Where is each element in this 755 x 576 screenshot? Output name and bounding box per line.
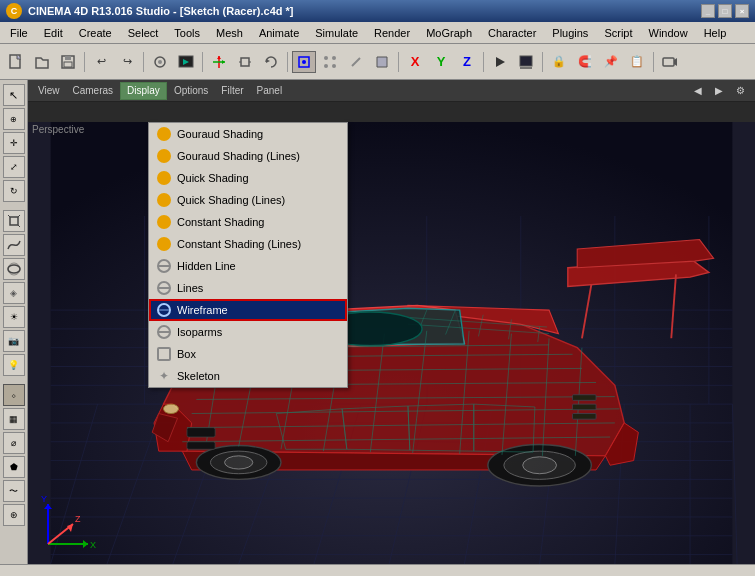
tb-y-axis[interactable]: Y — [429, 51, 453, 73]
tool-cube[interactable] — [3, 210, 25, 232]
toolbar-separator-3 — [202, 52, 203, 72]
maximize-button[interactable]: □ — [718, 4, 732, 18]
tb-z-axis[interactable]: Z — [455, 51, 479, 73]
tool-camera[interactable]: 📷 — [3, 330, 25, 352]
menu-help[interactable]: Help — [696, 23, 735, 43]
dd-label-quick-shading: Quick Shading — [177, 172, 249, 184]
menu-create[interactable]: Create — [71, 23, 120, 43]
dd-label-quick-lines: Quick Shading (Lines) — [177, 194, 285, 206]
svg-rect-2 — [65, 56, 71, 60]
dd-icon-quick — [157, 171, 171, 185]
tool-sculpt[interactable]: ⊛ — [3, 504, 25, 526]
tool-hair[interactable]: 〜 — [3, 480, 25, 502]
dd-item-wireframe[interactable]: Wireframe — [149, 299, 347, 321]
viewport-nav-settings[interactable]: ⚙ — [730, 82, 751, 100]
tool-xpresso[interactable]: ⌀ — [3, 432, 25, 454]
tool-rotate[interactable]: ↻ — [3, 180, 25, 202]
tb-lock[interactable]: 🔒 — [547, 51, 571, 73]
viewport-nav-arrow-right[interactable]: ▶ — [709, 82, 729, 100]
tool-active[interactable]: ⬦ — [3, 384, 25, 406]
svg-line-22 — [352, 58, 360, 66]
tool-light[interactable]: 💡 — [3, 354, 25, 376]
viewport-nav-cameras[interactable]: Cameras — [67, 82, 120, 100]
tb-snap[interactable]: 📌 — [599, 51, 623, 73]
menu-script[interactable]: Script — [596, 23, 640, 43]
viewport-nav-arrow-left[interactable]: ◀ — [688, 82, 708, 100]
tool-deformer[interactable]: ◈ — [3, 282, 25, 304]
tb-rotate[interactable] — [259, 51, 283, 73]
svg-text:Z: Z — [75, 514, 81, 524]
tb-edge-mode[interactable] — [344, 51, 368, 73]
tb-open[interactable] — [30, 51, 54, 73]
svg-rect-12 — [241, 58, 249, 66]
dd-item-skeleton[interactable]: ✦ Skeleton — [149, 365, 347, 387]
menu-character[interactable]: Character — [480, 23, 544, 43]
tb-point-mode[interactable] — [318, 51, 342, 73]
minimize-button[interactable]: _ — [701, 4, 715, 18]
dd-item-constant-lines[interactable]: Constant Shading (Lines) — [149, 233, 347, 255]
menu-simulate[interactable]: Simulate — [307, 23, 366, 43]
tb-layer[interactable]: 📋 — [625, 51, 649, 73]
window-controls[interactable]: _ □ × — [701, 4, 749, 18]
menu-window[interactable]: Window — [641, 23, 696, 43]
tool-texture[interactable]: ▦ — [3, 408, 25, 430]
toolbar-separator-7 — [542, 52, 543, 72]
tool-live-select[interactable]: ⊕ — [3, 108, 25, 130]
tool-cursor[interactable]: ↖ — [3, 84, 25, 106]
menu-tools[interactable]: Tools — [166, 23, 208, 43]
dd-item-box[interactable]: Box — [149, 343, 347, 365]
menu-edit[interactable]: Edit — [36, 23, 71, 43]
menu-render[interactable]: Render — [366, 23, 418, 43]
tb-move[interactable] — [207, 51, 231, 73]
tb-obj-mode[interactable] — [292, 51, 316, 73]
tool-move[interactable]: ✛ — [3, 132, 25, 154]
menu-bar: File Edit Create Select Tools Mesh Anima… — [0, 22, 755, 44]
dd-item-isoparms[interactable]: Isoparms — [149, 321, 347, 343]
svg-point-72 — [225, 456, 253, 469]
menu-mograph[interactable]: MoGraph — [418, 23, 480, 43]
dd-icon-gouraud — [157, 127, 171, 141]
tool-spline[interactable] — [3, 234, 25, 256]
tool-mograph[interactable]: ⬟ — [3, 456, 25, 478]
viewport-nav-options[interactable]: Options — [168, 82, 214, 100]
tb-playback[interactable] — [488, 51, 512, 73]
viewport-nav-display[interactable]: Display — [120, 82, 167, 100]
tb-poly-mode[interactable] — [370, 51, 394, 73]
menu-file[interactable]: File — [2, 23, 36, 43]
viewport-nav-filter[interactable]: Filter — [215, 82, 249, 100]
dd-item-gouraud-shading[interactable]: Gouraud Shading — [149, 123, 347, 145]
dd-item-constant-shading[interactable]: Constant Shading — [149, 211, 347, 233]
dd-item-quick-lines[interactable]: Quick Shading (Lines) — [149, 189, 347, 211]
tool-scale[interactable]: ⤢ — [3, 156, 25, 178]
svg-point-18 — [324, 56, 328, 60]
menu-mesh[interactable]: Mesh — [208, 23, 251, 43]
dd-item-gouraud-lines[interactable]: Gouraud Shading (Lines) — [149, 145, 347, 167]
tool-nurbs[interactable] — [3, 258, 25, 280]
tb-camera-ctrl[interactable] — [658, 51, 682, 73]
viewport-nav-view[interactable]: View — [32, 82, 66, 100]
close-button[interactable]: × — [735, 4, 749, 18]
dd-item-hidden-line[interactable]: Hidden Line — [149, 255, 347, 277]
svg-rect-106 — [187, 442, 215, 450]
svg-rect-102 — [573, 404, 597, 410]
viewport-3d[interactable]: X Y Z — [28, 122, 755, 564]
menu-select[interactable]: Select — [120, 23, 167, 43]
tb-new[interactable] — [4, 51, 28, 73]
viewport-nav-panel[interactable]: Panel — [251, 82, 289, 100]
dd-item-quick-shading[interactable]: Quick Shading — [149, 167, 347, 189]
tool-environment[interactable]: ☀ — [3, 306, 25, 328]
tb-scale[interactable] — [233, 51, 257, 73]
menu-plugins[interactable]: Plugins — [544, 23, 596, 43]
tb-magnet[interactable]: 🧲 — [573, 51, 597, 73]
tb-render-settings[interactable] — [148, 51, 172, 73]
tb-save[interactable] — [56, 51, 80, 73]
tb-redo[interactable]: ↪ — [115, 51, 139, 73]
tb-x-axis[interactable]: X — [403, 51, 427, 73]
tb-render-view[interactable] — [514, 51, 538, 73]
tb-undo[interactable]: ↩ — [89, 51, 113, 73]
menu-animate[interactable]: Animate — [251, 23, 307, 43]
dd-item-lines[interactable]: Lines — [149, 277, 347, 299]
tb-render[interactable] — [174, 51, 198, 73]
svg-text:X: X — [90, 540, 96, 550]
svg-line-55 — [732, 404, 737, 564]
